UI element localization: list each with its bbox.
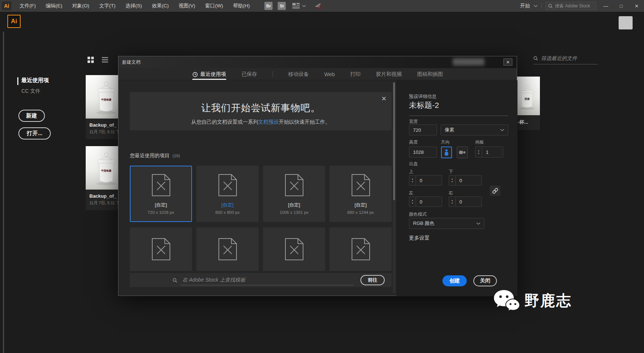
- search-icon: [172, 278, 177, 283]
- more-settings-link[interactable]: 更多设置: [409, 235, 430, 241]
- preset-card[interactable]: [263, 227, 325, 271]
- wechat-logo-icon: [493, 289, 521, 312]
- preset-card[interactable]: [自定] 1006 x 1301 px: [263, 166, 325, 222]
- menu-view[interactable]: 视图(V): [179, 3, 195, 9]
- dialog-close-icon[interactable]: ✕: [504, 59, 512, 66]
- preset-card[interactable]: [自定] 800 x 800 px: [196, 166, 259, 222]
- tab-web[interactable]: Web: [324, 68, 335, 80]
- menu-window[interactable]: 窗口(W): [205, 3, 223, 9]
- go-button[interactable]: 前往: [360, 275, 385, 285]
- bleed-right-input[interactable]: [455, 197, 482, 207]
- artboard-input[interactable]: [482, 147, 503, 158]
- clock-icon: [192, 72, 198, 77]
- menu-type[interactable]: 文字(T): [99, 3, 115, 9]
- document-name-field[interactable]: [409, 101, 507, 110]
- banner-close-icon[interactable]: ✕: [381, 95, 387, 103]
- landscape-orientation-button[interactable]: [457, 147, 468, 158]
- bridge-button[interactable]: Br: [264, 2, 273, 10]
- tab-divider: [273, 71, 273, 77]
- maximize-button[interactable]: □: [615, 1, 627, 10]
- start-workspace-label[interactable]: 开始: [520, 3, 530, 9]
- menu-items: 文件(F) 编辑(E) 对象(O) 文字(T) 选择(S) 效果(C) 视图(V…: [19, 3, 250, 9]
- stock-search-input[interactable]: [555, 3, 594, 8]
- account-avatar[interactable]: [619, 16, 633, 29]
- divider: [541, 3, 542, 9]
- chevron-down-icon[interactable]: [302, 4, 306, 7]
- preset-card[interactable]: [196, 227, 259, 271]
- panel-heading: 预设详细信息: [409, 93, 437, 100]
- scrollbar-track[interactable]: [393, 82, 395, 293]
- menu-object[interactable]: 对象(O): [72, 3, 89, 9]
- height-input[interactable]: [409, 147, 437, 158]
- color-mode-value: RGB 颜色: [413, 220, 434, 227]
- preset-card[interactable]: [自定] 880 x 1244 px: [330, 166, 392, 222]
- tab-art-illustration[interactable]: 图稿和插图: [417, 68, 443, 80]
- portrait-orientation-button[interactable]: [441, 147, 452, 158]
- close-dialog-button[interactable]: 关闭: [473, 275, 497, 286]
- illustrator-logo: Ai: [2, 1, 11, 10]
- file-name: -杯...: [518, 119, 537, 126]
- cup-brand-text: 中国铁建: [101, 169, 111, 173]
- menu-edit[interactable]: 编辑(E): [46, 3, 62, 9]
- preset-name: [自定]: [355, 202, 367, 208]
- menu-file[interactable]: 文件(F): [19, 3, 36, 9]
- portrait-icon: [444, 149, 449, 156]
- bleed-right-stepper[interactable]: ▲▼: [449, 197, 455, 207]
- artboard-stepper[interactable]: ▲▼: [475, 147, 482, 158]
- artboard-label: 画板: [475, 139, 484, 145]
- bleed-left-stepper[interactable]: ▲▼: [409, 197, 416, 207]
- sidebar-item-recent[interactable]: 最近使用项: [21, 77, 49, 84]
- input-underline: [409, 116, 508, 116]
- unit-value: 像素: [445, 127, 454, 133]
- tab-saved[interactable]: 已保存: [242, 68, 257, 80]
- new-document-button[interactable]: 新建: [18, 110, 45, 122]
- share-app-icon[interactable]: [314, 2, 323, 10]
- file-meta: -杯...: [514, 115, 540, 130]
- bleed-left-input[interactable]: [416, 197, 442, 207]
- open-button[interactable]: 打开...: [18, 127, 51, 140]
- chevron-down-icon[interactable]: [534, 4, 538, 7]
- tab-film-video[interactable]: 胶片和视频: [376, 68, 402, 80]
- close-window-button[interactable]: ✕: [631, 1, 643, 10]
- grid-view-icon[interactable]: [88, 57, 94, 63]
- preset-card[interactable]: [330, 227, 392, 271]
- create-button[interactable]: 创建: [442, 275, 467, 286]
- bleed-right-label: 右: [449, 190, 453, 196]
- width-label: 宽度: [409, 119, 418, 125]
- dialog-title: 新建文档: [122, 59, 140, 66]
- preset-size: 720 x 1028 px: [147, 210, 174, 215]
- bleed-left-label: 左: [409, 190, 413, 196]
- color-mode-select[interactable]: RGB 颜色: [409, 218, 484, 229]
- recent-file-card[interactable]: 西源 -杯...: [514, 77, 540, 130]
- width-input[interactable]: [409, 124, 437, 135]
- stock-button[interactable]: St: [278, 2, 286, 10]
- bleed-bottom-input[interactable]: [455, 175, 482, 186]
- menu-help[interactable]: 帮助(H): [233, 3, 250, 9]
- menu-select[interactable]: 选择(S): [125, 3, 142, 9]
- recent-items-count: (16): [172, 153, 180, 158]
- preset-details-panel: 预设详细信息 宽度 像素 高度 方向 画板 ▲: [397, 80, 517, 296]
- workspace-switcher-icon[interactable]: [292, 3, 300, 9]
- filter-files-input[interactable]: [541, 55, 596, 61]
- bleed-bottom-label: 下: [449, 169, 453, 175]
- tab-recent[interactable]: 最近使用项: [192, 68, 226, 80]
- document-presets-link[interactable]: 文档预设: [258, 119, 279, 125]
- search-icon: [548, 4, 553, 8]
- adobe-stock-search[interactable]: [545, 2, 596, 10]
- menu-effect[interactable]: 效果(C): [152, 3, 169, 9]
- bleed-bottom-stepper[interactable]: ▲▼: [449, 175, 455, 186]
- bleed-top-input[interactable]: [416, 175, 442, 186]
- unit-select[interactable]: 像素: [441, 124, 508, 135]
- preset-card[interactable]: [130, 227, 192, 271]
- scrollbar-thumb[interactable]: [393, 82, 395, 200]
- preset-card-selected[interactable]: [自定] 720 x 1028 px: [130, 166, 192, 222]
- sidebar-item-cc-files[interactable]: CC 文件: [21, 88, 40, 95]
- list-view-icon[interactable]: [102, 57, 108, 63]
- tab-print[interactable]: 打印: [350, 68, 360, 80]
- minimize-button[interactable]: —: [600, 1, 612, 10]
- template-search-input[interactable]: [180, 275, 354, 285]
- tab-mobile[interactable]: 移动设备: [288, 68, 309, 80]
- bleed-top-stepper[interactable]: ▲▼: [409, 175, 416, 186]
- link-bleed-values-button[interactable]: [490, 186, 500, 196]
- dialog-tabs: 最近使用项 已保存 移动设备 Web 打印 胶片和视频 图稿和插图: [118, 68, 517, 80]
